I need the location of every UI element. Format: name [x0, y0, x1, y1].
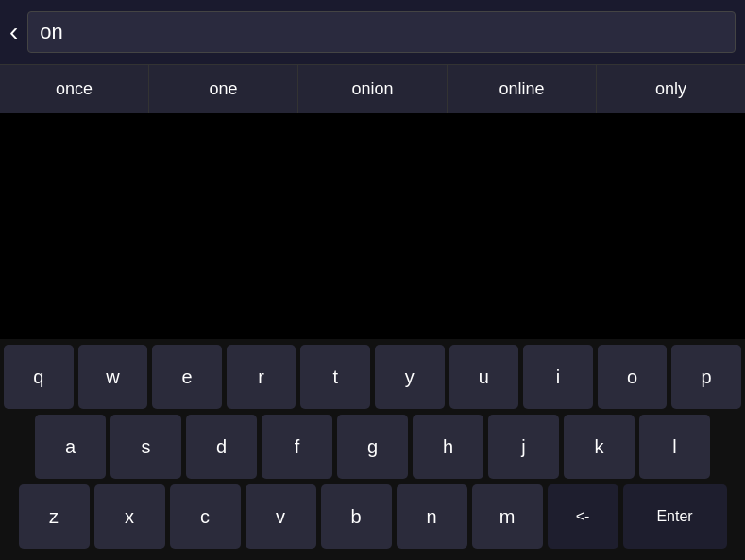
key-h[interactable]: h [413, 415, 483, 479]
key-row-1: asdfghjkl [4, 415, 741, 479]
back-button[interactable]: ‹ [9, 17, 18, 47]
suggestions-bar: once one onion online only [0, 64, 745, 113]
suggestion-only[interactable]: only [597, 65, 745, 113]
key-g[interactable]: g [337, 415, 408, 479]
header: ‹ [0, 0, 745, 64]
key-k[interactable]: k [564, 415, 635, 479]
key-r[interactable]: r [227, 345, 296, 409]
key-v[interactable]: v [246, 484, 316, 549]
key-w[interactable]: w [78, 345, 148, 409]
keyboard: qwertyuiopasdfghjklzxcvbnm<-Enter [0, 339, 745, 560]
key-d[interactable]: d [186, 415, 257, 479]
key-u[interactable]: u [449, 345, 519, 409]
middle-area [0, 113, 745, 339]
search-input[interactable] [27, 11, 736, 53]
key-o[interactable]: o [598, 345, 668, 409]
key-m[interactable]: m [472, 484, 543, 549]
key-backspace[interactable]: <- [548, 484, 618, 549]
key-b[interactable]: b [321, 484, 392, 549]
key-a[interactable]: a [35, 415, 106, 479]
key-e[interactable]: e [152, 345, 222, 409]
key-z[interactable]: z [19, 484, 90, 549]
suggestion-onion[interactable]: onion [298, 65, 448, 113]
key-p[interactable]: p [671, 345, 741, 409]
key-l[interactable]: l [639, 415, 710, 479]
key-s[interactable]: s [110, 415, 181, 479]
suggestion-one[interactable]: one [149, 65, 298, 113]
suggestion-once[interactable]: once [0, 65, 149, 113]
key-f[interactable]: f [262, 415, 332, 479]
key-t[interactable]: t [300, 345, 370, 409]
key-enter[interactable]: Enter [623, 484, 727, 549]
key-j[interactable]: j [488, 415, 559, 479]
key-c[interactable]: c [170, 484, 241, 549]
key-row-2: zxcvbnm<-Enter [4, 484, 741, 549]
key-row-0: qwertyuiop [4, 345, 741, 409]
suggestion-online[interactable]: online [448, 65, 597, 113]
key-i[interactable]: i [523, 345, 593, 409]
key-y[interactable]: y [375, 345, 445, 409]
key-n[interactable]: n [397, 484, 467, 549]
key-q[interactable]: q [4, 345, 74, 409]
key-x[interactable]: x [94, 484, 165, 549]
